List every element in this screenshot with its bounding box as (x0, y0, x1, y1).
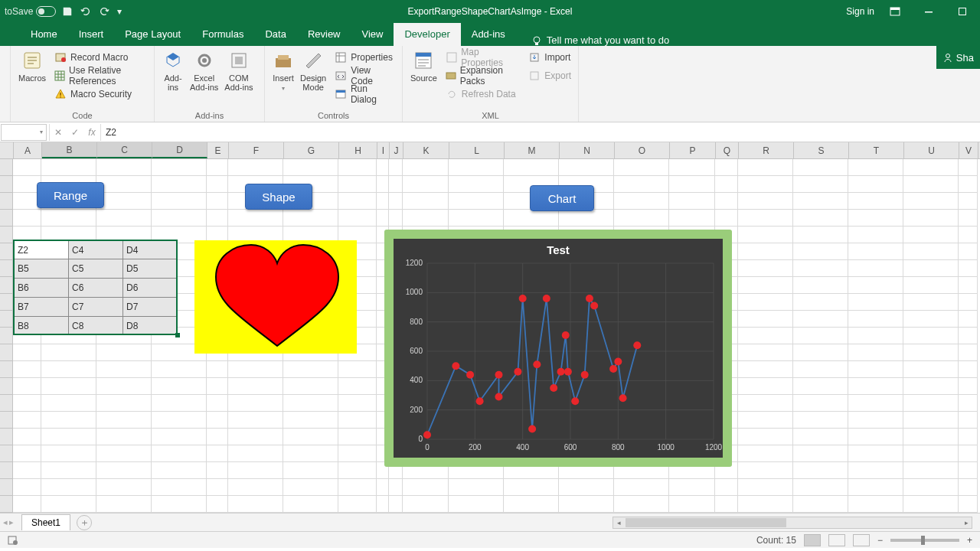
sample-range[interactable]: Z2 C4 D4 B5 C5 D5 B6 C6 D6 B7 C7 D7 B8 C… (14, 240, 177, 334)
view-page-layout-icon[interactable] (828, 534, 845, 546)
range-button[interactable]: Range (37, 182, 104, 208)
tab-nav-first-icon[interactable]: ◂ (3, 517, 8, 527)
status-count: Count: 15 (756, 535, 796, 546)
maximize-button[interactable] (949, 0, 975, 23)
cancel-formula-icon[interactable]: ✕ (50, 124, 67, 141)
chart-button[interactable]: Chart (530, 185, 594, 211)
svg-point-62 (495, 393, 503, 400)
svg-rect-10 (55, 71, 64, 80)
formula-input[interactable]: Z2 (101, 127, 980, 138)
select-all-corner[interactable] (0, 142, 14, 158)
tab-data[interactable]: Data (254, 23, 296, 46)
svg-text:1200: 1200 (705, 443, 723, 452)
save-icon[interactable] (60, 5, 74, 18)
redo-icon[interactable] (97, 5, 111, 18)
svg-text:200: 200 (469, 443, 482, 452)
shape-button[interactable]: Shape (245, 184, 312, 210)
heart-icon (194, 240, 357, 354)
zoom-out-icon[interactable]: − (877, 535, 883, 546)
svg-rect-11 (60, 93, 60, 96)
svg-point-67 (543, 295, 550, 302)
svg-point-65 (528, 425, 536, 433)
sheet-tab[interactable]: Sheet1 (21, 514, 70, 530)
svg-point-60 (476, 397, 484, 405)
properties-button[interactable]: Properties (332, 48, 397, 67)
import-icon (528, 51, 541, 64)
svg-point-9 (61, 57, 66, 62)
excel-addins-button[interactable]: Excel Add-ins (187, 48, 221, 93)
horizontal-scrollbar[interactable]: ◂ ▸ (612, 517, 972, 529)
view-page-break-icon[interactable] (853, 534, 870, 546)
svg-text:200: 200 (410, 406, 423, 414)
undo-icon[interactable] (79, 5, 93, 18)
autosave-toggle[interactable]: toSave (5, 6, 56, 17)
view-normal-icon[interactable] (804, 534, 821, 546)
svg-point-75 (590, 302, 598, 310)
zoom-in-icon[interactable]: + (967, 535, 972, 546)
tab-home[interactable]: Home (20, 23, 68, 46)
svg-point-57 (423, 431, 431, 439)
tab-page-layout[interactable]: Page Layout (114, 23, 191, 46)
svg-point-77 (614, 357, 622, 365)
titlebar: toSave ▾ ExportRangeShapeChartAsImge - E… (0, 0, 980, 23)
expansion-icon (446, 70, 456, 82)
svg-point-79 (633, 341, 641, 349)
macros-button[interactable]: Macros (15, 48, 49, 103)
worksheet-grid[interactable]: Range Shape Chart Z2 C4 D4 B5 C5 D5 B6 C… (0, 159, 980, 513)
tab-developer[interactable]: Developer (394, 23, 460, 46)
map-props-icon (446, 51, 457, 64)
ribbon-tabs: Home Insert Page Layout Formulas Data Re… (0, 23, 980, 46)
expansion-packs-button[interactable]: Expansion Packs (443, 67, 523, 85)
column-headers[interactable]: A B C D EFG HIJ KLM NOP QRS TUV (0, 142, 980, 159)
qat-more-icon[interactable]: ▾ (116, 5, 123, 18)
com-addins-button[interactable]: COM Add-ins (221, 48, 256, 93)
tab-formulas[interactable]: Formulas (191, 23, 254, 46)
svg-rect-5 (535, 43, 538, 45)
svg-rect-2 (925, 11, 933, 13)
dialog-icon (335, 88, 347, 100)
record-macro-button[interactable]: Record Macro (52, 48, 149, 67)
svg-text:400: 400 (516, 443, 529, 452)
insert-control-button[interactable]: Insert ▾ (270, 48, 297, 103)
tab-nav-last-icon[interactable]: ▸ (9, 517, 14, 527)
run-dialog-button[interactable]: Run Dialog (332, 85, 397, 103)
selection-handle[interactable] (175, 333, 180, 337)
xml-source-button[interactable]: Source (407, 48, 440, 103)
status-bar: Count: 15 − + (0, 531, 980, 548)
heart-shape[interactable] (194, 240, 357, 354)
svg-rect-20 (336, 72, 345, 80)
addins-button[interactable]: Add- ins (159, 48, 187, 93)
add-sheet-button[interactable]: ＋ (77, 515, 92, 530)
svg-rect-16 (235, 57, 243, 64)
svg-point-68 (550, 384, 557, 392)
signin-link[interactable]: Sign in (846, 6, 874, 17)
svg-point-76 (609, 365, 617, 373)
svg-point-58 (452, 362, 459, 370)
use-relative-refs-button[interactable]: Use Relative References (52, 67, 149, 85)
tab-view[interactable]: View (351, 23, 394, 46)
svg-rect-22 (336, 90, 345, 93)
enter-formula-icon[interactable]: ✓ (67, 124, 83, 141)
group-label-addins: Add-ins (155, 111, 264, 120)
tell-me[interactable]: Tell me what you want to do (531, 34, 669, 46)
svg-point-69 (557, 368, 565, 376)
fx-icon[interactable]: fx (83, 127, 100, 138)
import-button[interactable]: Import (526, 48, 573, 67)
tab-insert[interactable]: Insert (68, 23, 115, 46)
macro-security-button[interactable]: Macro Security (52, 85, 149, 103)
ribbon-options-icon[interactable] (882, 0, 908, 23)
embedded-chart[interactable]: Test 02004006008001000120002004006008001… (384, 230, 732, 467)
design-mode-button[interactable]: Design Mode (297, 48, 329, 103)
tab-review[interactable]: Review (297, 23, 351, 46)
svg-text:800: 800 (410, 318, 423, 326)
share-button[interactable]: Sha (936, 46, 980, 69)
macros-icon (21, 50, 43, 71)
view-code-button[interactable]: View Code (332, 67, 397, 85)
addins-icon (162, 50, 184, 71)
name-box[interactable] (1, 124, 47, 141)
minimize-button[interactable] (916, 0, 942, 23)
svg-point-4 (534, 37, 540, 43)
zoom-slider[interactable] (890, 539, 959, 542)
record-macro-status-icon[interactable] (6, 535, 20, 546)
tab-addins[interactable]: Add-ins (461, 23, 516, 46)
